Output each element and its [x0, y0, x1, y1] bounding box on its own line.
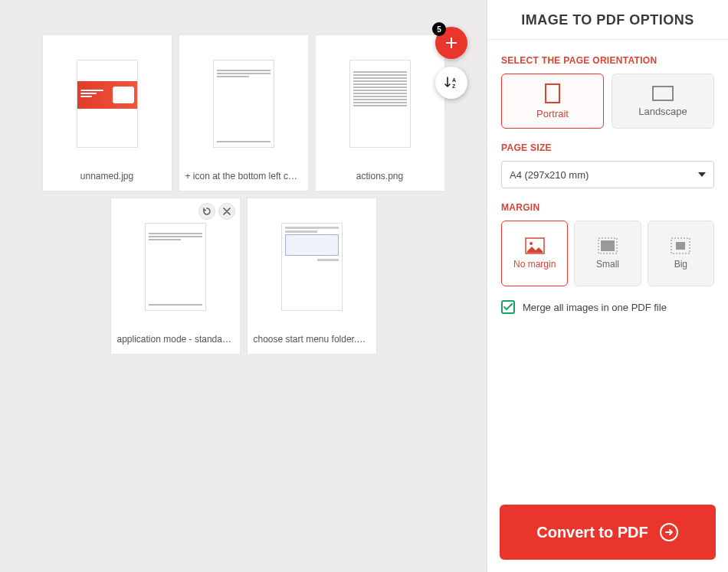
sort-az-icon: A Z	[443, 74, 460, 91]
plus-icon	[444, 35, 459, 51]
add-files-button[interactable]: 5	[435, 27, 467, 59]
panel-body: SELECT THE PAGE ORIENTATION Portrait Lan…	[487, 40, 728, 492]
margin-small[interactable]: Small	[574, 221, 641, 286]
merge-label: Merge all images in one PDF file	[523, 302, 667, 313]
svg-text:A: A	[452, 77, 456, 83]
options-panel: IMAGE TO PDF OPTIONS SELECT THE PAGE ORI…	[487, 0, 728, 572]
pagesize-label: PAGE SIZE	[501, 142, 714, 153]
rotate-button[interactable]	[198, 203, 215, 220]
caret-down-icon	[698, 172, 706, 177]
margin-label: MARGIN	[501, 202, 714, 213]
file-thumbnail-grid: unnamed.jpg+ icon at the bottom left cor…	[29, 34, 458, 355]
svg-text:Z: Z	[452, 83, 456, 89]
margin-big-icon	[671, 237, 690, 254]
file-card[interactable]: + icon at the bottom left corner...	[179, 34, 309, 191]
remove-button[interactable]	[218, 203, 235, 220]
file-name: + icon at the bottom left corner...	[179, 171, 308, 181]
floating-actions: 5 A Z	[435, 27, 467, 99]
file-card[interactable]: application mode - standard p...	[110, 198, 241, 355]
rotate-icon	[202, 207, 212, 216]
merge-option[interactable]: Merge all images in one PDF file	[501, 300, 714, 314]
arrow-circle-right-icon	[659, 522, 679, 542]
orientation-portrait[interactable]: Portrait	[501, 74, 604, 129]
sort-button[interactable]: A Z	[435, 67, 467, 99]
check-icon	[503, 302, 513, 312]
file-preview	[77, 60, 138, 148]
svg-point-3	[530, 242, 533, 245]
file-card[interactable]: unnamed.jpg	[42, 34, 172, 191]
option-label: Big	[674, 259, 687, 270]
file-preview	[281, 223, 343, 311]
margin-none[interactable]: No margin	[501, 221, 568, 286]
file-preview	[213, 60, 274, 148]
margin-big[interactable]: Big	[648, 221, 714, 286]
option-label: Small	[596, 259, 619, 270]
file-count-badge: 5	[432, 22, 446, 36]
orientation-label: SELECT THE PAGE ORIENTATION	[501, 55, 714, 66]
option-label: No margin	[513, 259, 556, 270]
landscape-icon	[652, 86, 674, 101]
margin-options: No margin Small Big	[501, 221, 714, 286]
panel-title: IMAGE TO PDF OPTIONS	[487, 0, 728, 40]
orientation-landscape[interactable]: Landscape	[612, 74, 714, 129]
file-preview	[349, 60, 411, 148]
merge-checkbox[interactable]	[501, 300, 515, 314]
file-card[interactable]: actions.png	[315, 34, 445, 191]
convert-label: Convert to PDF	[536, 524, 648, 541]
portrait-icon	[545, 83, 560, 103]
close-icon	[223, 208, 231, 215]
margin-small-icon	[598, 237, 618, 254]
option-label: Landscape	[638, 106, 687, 117]
pagesize-select[interactable]: A4 (297x210 mm)	[501, 161, 714, 188]
file-name: actions.png	[316, 171, 444, 181]
file-name: application mode - standard p...	[111, 334, 240, 345]
workspace: unnamed.jpg+ icon at the bottom left cor…	[0, 0, 487, 572]
svg-rect-5	[601, 240, 615, 251]
pagesize-value: A4 (297x210 mm)	[510, 169, 589, 181]
file-name: unnamed.jpg	[43, 171, 172, 181]
file-preview	[145, 223, 206, 311]
file-card[interactable]: choose start menu folder.png	[247, 198, 377, 355]
orientation-options: Portrait Landscape	[501, 74, 714, 129]
file-name: choose start menu folder.png	[248, 334, 376, 345]
thumb-actions	[198, 203, 235, 220]
svg-rect-7	[676, 242, 685, 250]
convert-button[interactable]: Convert to PDF	[500, 505, 716, 560]
option-label: Portrait	[536, 108, 569, 119]
image-icon	[525, 237, 545, 254]
